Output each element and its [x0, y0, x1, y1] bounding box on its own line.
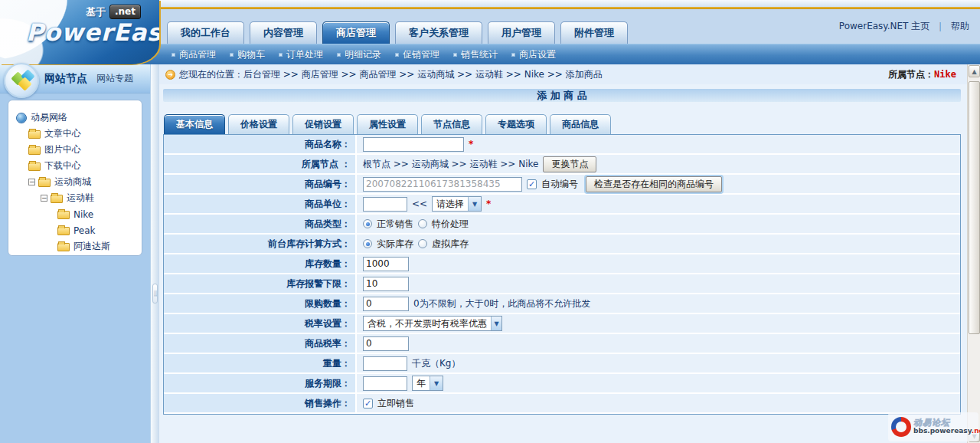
forum-watermark: 动易论坛 bbs.powereasy.net: [888, 412, 978, 441]
tab-topic-options[interactable]: 专题选项: [485, 114, 547, 134]
submenu-sales-stats[interactable]: 销售统计: [453, 48, 498, 61]
help-link[interactable]: 帮助: [951, 21, 969, 31]
service-period-unit-select[interactable]: 年▼: [412, 376, 443, 391]
tab-attachment-mgmt[interactable]: 附件管理: [560, 21, 628, 44]
tab-shop-mgmt[interactable]: 商店管理: [322, 21, 390, 44]
service-period-input[interactable]: [363, 376, 407, 391]
sell-now-checkbox[interactable]: ✓: [363, 399, 373, 409]
normal-sale-label: 正常销售: [377, 218, 413, 231]
logo[interactable]: 基于 .net PowerEasy®: [0, 0, 159, 64]
submenu-goods-mgmt[interactable]: 商品管理: [172, 48, 216, 61]
field-label: 税率设置：: [164, 314, 357, 333]
main-nav-tabs: 我的工作台 内容管理 商店管理 客户关系管理 用户管理 附件管理: [167, 21, 628, 44]
submenu-order-processing[interactable]: 订单处理: [279, 48, 323, 61]
weight-unit-label: 千克（Kg）: [412, 357, 461, 370]
field-label: 库存报警下限：: [164, 274, 357, 293]
tree-node-image-center[interactable]: 图片中心: [15, 142, 137, 158]
tab-site-nodes[interactable]: 网站节点: [44, 72, 87, 86]
bullet-icon: [172, 53, 175, 57]
node-path: 根节点 >> 运动商城 >> 运动鞋 >> Nike: [363, 158, 538, 171]
product-unit-input[interactable]: [363, 197, 407, 212]
check-duplicate-number-button[interactable]: 检查是否存在相同的商品编号: [586, 176, 722, 192]
stock-quantity-input[interactable]: [363, 257, 409, 271]
folder-icon: [28, 162, 41, 171]
auto-number-checkbox[interactable]: ✓: [527, 179, 537, 189]
submenu-promotion-mgmt[interactable]: 促销管理: [395, 48, 439, 61]
tab-price-settings[interactable]: 价格设置: [228, 114, 289, 134]
purchase-limit-input[interactable]: [363, 297, 409, 311]
folder-icon: [57, 211, 70, 219]
tab-attribute-settings[interactable]: 属性设置: [357, 114, 418, 134]
stock-alert-input[interactable]: [363, 277, 409, 291]
tree-node-download-center[interactable]: 下载中心: [15, 158, 137, 174]
folder-icon: [57, 227, 70, 235]
tab-content-mgmt[interactable]: 内容管理: [250, 21, 317, 44]
special-price-radio[interactable]: [418, 219, 427, 228]
submenu-cart[interactable]: 购物车: [230, 48, 265, 61]
field-label: 商品编号：: [164, 175, 357, 193]
dotnet-badge-icon: .net: [109, 5, 141, 19]
tree-node-article-center[interactable]: 文章中心: [15, 126, 137, 142]
tab-product-info[interactable]: 商品信息: [550, 114, 611, 134]
link-separator: ｜: [936, 21, 945, 31]
unit-select[interactable]: 请选择▼: [432, 196, 482, 212]
field-label: 商品税率：: [164, 334, 357, 353]
auto-number-label: 自动编号: [541, 178, 578, 191]
watermark-brand: 动易论坛: [913, 418, 980, 427]
vertical-scrollbar[interactable]: ▲ ▼: [967, 64, 980, 443]
form-row-weight: 重量： 千克（Kg）: [164, 354, 960, 374]
sidebar-splitter[interactable]: ⣿: [150, 64, 159, 443]
field-label: 重量：: [164, 354, 357, 372]
collapse-icon[interactable]: −: [41, 195, 47, 202]
chevron-down-icon: ▼: [430, 376, 443, 390]
collapse-icon[interactable]: −: [28, 179, 35, 185]
product-number-input[interactable]: [363, 177, 522, 192]
form-row-purchase-limit: 限购数量： 0为不限制，大于0时，此商品将不允许批发: [164, 294, 960, 314]
tree-node-adidas[interactable]: 阿迪达斯: [15, 238, 137, 254]
tab-basic-info[interactable]: 基本信息: [164, 114, 225, 134]
virtual-stock-radio[interactable]: [418, 239, 427, 248]
top-links: PowerEasy.NET 主页｜帮助: [839, 20, 969, 33]
tab-site-topics[interactable]: 网站专题: [96, 72, 133, 85]
tab-promo-settings[interactable]: 促销设置: [292, 114, 354, 134]
product-name-input[interactable]: [363, 137, 464, 152]
tab-user-mgmt[interactable]: 用户管理: [488, 21, 555, 44]
bullet-icon: [453, 53, 457, 57]
powereasy-home-link[interactable]: PowerEasy.NET 主页: [839, 21, 929, 31]
tab-my-workbench[interactable]: 我的工作台: [167, 21, 244, 44]
form-row-service-period: 服务期限： 年▼: [164, 374, 960, 394]
based-on-net: 基于 .net: [86, 5, 141, 19]
field-label: 限购数量：: [164, 294, 357, 313]
change-node-button[interactable]: 更换节点: [543, 156, 596, 172]
splitter-grip-icon[interactable]: ⣿: [152, 284, 158, 304]
tax-setting-select[interactable]: 含税，不开发票时有税率优惠▼: [363, 316, 502, 331]
tree-node-announcement[interactable]: 公告: [15, 254, 137, 256]
normal-sale-radio[interactable]: [363, 219, 372, 228]
tab-crm[interactable]: 客户关系管理: [395, 21, 482, 44]
actual-stock-radio[interactable]: [363, 239, 372, 248]
virtual-stock-label: 虚拟库存: [432, 238, 469, 251]
arrows-label: <<: [412, 199, 427, 209]
form-row-product-unit: 商品单位： << 请选择▼ *: [164, 195, 960, 215]
tree-node-sport-mall[interactable]: −运动商城: [15, 174, 137, 190]
folder-open-icon: [38, 179, 51, 187]
form-row-parent-node: 所属节点 ： 根节点 >> 运动商城 >> 运动鞋 >> Nike 更换节点: [164, 155, 960, 175]
tree-node-peak[interactable]: Peak: [15, 222, 137, 238]
submenu-detail-records[interactable]: 明细记录: [337, 48, 381, 61]
form-row-product-type: 商品类型： 正常销售 特价处理: [164, 215, 960, 235]
tax-rate-input[interactable]: [363, 336, 409, 351]
weight-input[interactable]: [363, 356, 407, 371]
form-row-tax-settings: 税率设置： 含税，不开发票时有税率优惠▼: [164, 314, 960, 334]
form-row-product-name: 商品名称： *: [164, 135, 960, 155]
tab-node-info[interactable]: 节点信息: [421, 114, 482, 134]
chevron-down-icon: ▼: [468, 197, 481, 211]
tree-node-nike[interactable]: Nike: [15, 206, 137, 222]
page-title-bar: 添 加 商 品: [163, 89, 961, 102]
form-row-stock-alert-limit: 库存报警下限：: [164, 274, 960, 294]
tree-node-root[interactable]: 动易网络: [15, 110, 137, 126]
submenu-shop-settings[interactable]: 商店设置: [511, 48, 556, 61]
scroll-up-icon[interactable]: ▲: [969, 65, 980, 77]
folder-icon: [28, 146, 41, 155]
scrollbar-thumb[interactable]: [969, 81, 980, 334]
tree-node-sport-shoes[interactable]: −运动鞋: [15, 190, 137, 206]
